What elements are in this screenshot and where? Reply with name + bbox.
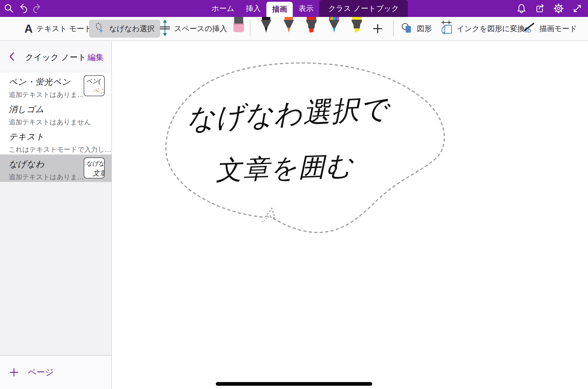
onenote-app: ホーム 挿入 描画 表示 クラス ノートブック [0, 0, 588, 389]
plus-icon [372, 23, 383, 34]
draw-mode-icon [522, 21, 536, 36]
page-subtitle: 追加テキストはありません [9, 118, 111, 127]
ink-to-shape-button[interactable]: インクを図形に変換 [440, 17, 525, 40]
lasso-select-button[interactable]: なげなわ選択 [89, 20, 160, 38]
shapes-label: 図形 [417, 24, 432, 34]
toolbar-divider [393, 20, 394, 36]
text-mode-label: テキスト モード [36, 24, 92, 34]
text-mode-icon: A [24, 23, 33, 34]
tab-class-notebook[interactable]: クラス ノートブック [319, 0, 408, 17]
page-list-item-text[interactable]: テキスト これはテキストモードで入力し… [0, 127, 111, 155]
ink-to-shape-icon [440, 20, 453, 37]
edit-button[interactable]: 編集 [87, 52, 104, 63]
eraser-tool[interactable] [232, 17, 245, 33]
tab-insert[interactable]: 挿入 [240, 0, 266, 17]
page-list-item-eraser[interactable]: 消しゴム 追加テキストはありません [0, 100, 111, 127]
page-thumbnail: なげなわ 文章を [84, 157, 105, 178]
toolbar-divider [250, 20, 250, 36]
shapes-button[interactable]: 図形 [401, 17, 432, 40]
insert-space-button[interactable]: スペースの挿入 [159, 17, 227, 40]
page-title: テキスト [9, 131, 111, 143]
search-icon[interactable] [3, 3, 14, 14]
notifications-bell-icon[interactable] [516, 3, 527, 14]
insert-space-label: スペースの挿入 [174, 24, 227, 34]
page-list-item-lasso[interactable]: なげなわ 追加テキストはありま… なげなわ 文章を [0, 155, 111, 182]
home-indicator-bar[interactable] [216, 382, 372, 386]
lasso-select-label: なげなわ選択 [109, 24, 155, 34]
add-page-label: ページ [28, 367, 54, 378]
tab-draw[interactable]: 描画 [266, 2, 293, 17]
lasso-selection-outline [166, 63, 444, 233]
top-app-bar: ホーム 挿入 描画 表示 クラス ノートブック [0, 0, 588, 17]
undo-icon[interactable] [17, 3, 28, 14]
ink-line-1: なげなわ選択で [186, 93, 392, 135]
ink-line-2: 文章を囲む [215, 151, 355, 185]
ribbon-tabs: ホーム 挿入 描画 表示 クラス ノートブック [206, 0, 408, 17]
page-subtitle: これはテキストモードで入力し… [9, 145, 111, 154]
add-pen-button[interactable] [372, 17, 383, 40]
page-list: ペン・蛍光ペン 追加テキストはありま… ペン( ペン 消しゴム 追加テキストはあ… [0, 72, 111, 182]
drawing-canvas[interactable]: なげなわ選択で 文章を囲む [112, 41, 588, 389]
draw-ribbon: A テキスト モード なげなわ選択 [0, 17, 588, 41]
page-list-sidebar: クイック ノート 編集 ペン・蛍光ペン 追加テキストはありま… ペン( ペン 消… [0, 41, 112, 389]
shapes-icon [401, 22, 413, 36]
page-thumbnail: ペン( ペン [84, 75, 105, 96]
pen-black[interactable] [259, 17, 273, 34]
topbar-right-icons [516, 0, 583, 17]
text-mode-button[interactable]: A テキスト モード [24, 17, 92, 40]
page-title: 消しゴム [9, 104, 111, 115]
draw-mode-label: 描画モード [539, 24, 577, 34]
pen-orange[interactable] [282, 17, 296, 34]
page-list-item-pens[interactable]: ペン・蛍光ペン 追加テキストはありま… ペン( ペン [0, 72, 111, 100]
highlighter-yellow[interactable] [350, 17, 364, 34]
highlighter-red[interactable] [304, 17, 318, 34]
pen-galaxy[interactable] [327, 17, 341, 34]
settings-gear-icon[interactable] [553, 3, 564, 14]
tab-home[interactable]: ホーム [206, 0, 240, 17]
add-page-button[interactable]: ページ [0, 355, 111, 389]
plus-icon [9, 368, 18, 377]
sidebar-header: クイック ノート 編集 [0, 41, 111, 72]
insert-space-icon [159, 20, 170, 38]
tab-view[interactable]: 表示 [293, 0, 319, 17]
share-icon[interactable] [535, 3, 545, 14]
topbar-left-icons [3, 0, 43, 17]
lasso-icon [94, 22, 105, 35]
draw-mode-button[interactable]: 描画モード [522, 17, 577, 40]
ink-to-shape-label: インクを図形に変換 [457, 24, 525, 34]
handwritten-ink: なげなわ選択で 文章を囲む [186, 93, 392, 185]
redo-icon[interactable] [32, 3, 43, 14]
fullscreen-icon[interactable] [572, 3, 583, 14]
